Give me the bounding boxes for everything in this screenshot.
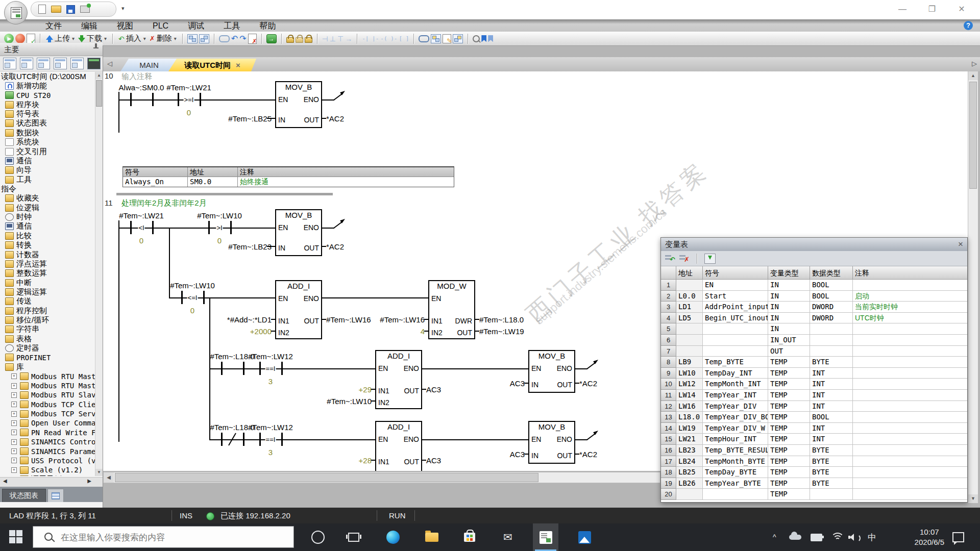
onedrive-icon[interactable] <box>789 523 801 551</box>
table-cell[interactable]: LB26 <box>676 478 703 489</box>
table-cell[interactable]: INT <box>810 401 853 412</box>
tree-item[interactable]: 传送 <box>0 297 96 306</box>
table-cell[interactable] <box>703 489 768 500</box>
table-row[interactable]: 13L18.0TempYear_DIV_BOOLTEMPBOOL <box>661 412 967 423</box>
tree-scrollbar[interactable]: ▲ ▼ <box>95 72 103 476</box>
tree-nav-left-icon[interactable]: ◀ <box>3 478 7 484</box>
table-cell[interactable]: UTC时钟 <box>853 313 967 324</box>
save-icon[interactable] <box>66 5 75 14</box>
operand-label[interactable]: +28 <box>359 456 372 465</box>
tree-item[interactable]: 逻辑运算 <box>0 287 96 296</box>
compare-contact[interactable] <box>178 93 179 106</box>
table-cell[interactable]: TempHour_INT <box>703 434 768 445</box>
mov-b-block[interactable]: MOV_B EN ENO IN OUT <box>275 209 322 256</box>
tree-item[interactable]: 通信 <box>0 156 96 165</box>
table-cell[interactable]: Temp_BYTE_RESULT <box>703 445 768 456</box>
tab-table-icon[interactable] <box>47 489 64 502</box>
tree-item[interactable]: +Scale (v1.2) <box>0 465 96 474</box>
table-cell[interactable]: TempYear_DIV_BOOL <box>703 412 768 423</box>
table-cell[interactable]: DWORD <box>810 313 853 324</box>
table-cell[interactable] <box>853 379 967 390</box>
tree-item[interactable]: 整数运算 <box>0 269 96 278</box>
tab-main[interactable]: MAIN <box>120 59 178 71</box>
edge-icon[interactable] <box>380 523 406 551</box>
operand-label[interactable]: *AC2 <box>579 379 597 388</box>
tab-prev-icon[interactable]: ◁ <box>107 60 112 67</box>
new-file-icon[interactable] <box>38 5 46 14</box>
operand-label[interactable]: #Tem~:L18.0 <box>479 315 524 324</box>
open-file-icon[interactable] <box>51 6 61 13</box>
menu-plc[interactable]: PLC <box>143 19 178 32</box>
table-row[interactable]: 9LW10TempDay_INTTEMPINT <box>661 368 967 379</box>
table-row[interactable]: 1ENINBOOL <box>661 280 967 291</box>
wifi-icon[interactable] <box>831 523 843 551</box>
table-cell[interactable]: DWORD <box>810 302 853 313</box>
operand-label[interactable]: #Tem~:LW16 <box>380 315 425 324</box>
tree-item[interactable]: 比较 <box>0 231 96 240</box>
operand-label[interactable]: AC3 <box>426 456 441 465</box>
table-cell[interactable]: 当前实时时钟 <box>853 302 967 313</box>
tab-close-icon[interactable]: × <box>236 61 240 69</box>
tree-item[interactable]: 库 <box>0 362 96 371</box>
table-cell[interactable] <box>676 280 703 291</box>
ime-indicator[interactable]: 中 <box>868 523 876 551</box>
operand-label[interactable]: +29 <box>359 385 372 394</box>
bookmark-icon[interactable] <box>481 35 486 42</box>
compare-contact[interactable] <box>152 221 154 234</box>
table-cell[interactable] <box>703 335 768 346</box>
table-row[interactable]: 7OUT <box>661 346 967 357</box>
expand-icon[interactable]: + <box>11 420 17 426</box>
tree-item[interactable]: +SINAMICS Parame <box>0 446 96 456</box>
tree-item[interactable]: 向导 <box>0 166 96 175</box>
menu-view[interactable]: 视图 <box>107 19 143 32</box>
download-table-icon[interactable] <box>704 254 716 264</box>
upload-button[interactable]: 上传▾ <box>45 34 76 43</box>
table-row[interactable]: 11LW14TempYear_INTTEMPINT <box>661 390 967 401</box>
operand-label[interactable]: #Tem~:LW21 <box>119 211 164 220</box>
table-cell[interactable]: Temp_BYTE <box>703 357 768 368</box>
compare-value[interactable]: 3 <box>268 448 273 457</box>
tree-item[interactable]: PROFINET <box>0 353 96 362</box>
table-cell[interactable]: INT <box>810 390 853 401</box>
table-cell[interactable] <box>676 489 703 500</box>
operand-label[interactable]: #Tem~:LW19 <box>479 327 524 336</box>
table-cell[interactable] <box>853 467 967 478</box>
operand-label[interactable]: #Tem~:LB23 <box>228 242 272 251</box>
compare-value[interactable]: 0 <box>139 236 143 245</box>
table-cell[interactable]: TEMP <box>768 401 810 412</box>
table-cell[interactable]: TEMP <box>768 467 810 478</box>
table-cell[interactable]: BOOL <box>810 280 853 291</box>
expand-icon[interactable]: + <box>11 402 17 407</box>
table-cell[interactable]: IN <box>768 302 810 313</box>
zoom-icon[interactable] <box>473 35 480 42</box>
table-cell[interactable]: EN <box>703 280 768 291</box>
table-cell[interactable] <box>853 456 967 467</box>
table-cell[interactable]: IN <box>768 291 810 302</box>
table-cell[interactable] <box>676 323 703 335</box>
table-cell[interactable]: TempMonth_BYTE <box>703 456 768 467</box>
tree-item[interactable]: 工具 <box>0 175 96 184</box>
redo-icon[interactable]: ↷ <box>239 34 246 43</box>
table-cell[interactable]: LW21 <box>676 434 703 445</box>
operand-label[interactable]: Alwa~:SM0.0 <box>119 83 164 92</box>
table-cell[interactable]: LW16 <box>676 401 703 412</box>
close-icon[interactable]: × <box>958 238 963 251</box>
table-cell[interactable]: LB24 <box>676 456 703 467</box>
contact[interactable] <box>221 362 223 375</box>
help-icon[interactable]: ? <box>964 21 973 30</box>
go-to-icon[interactable]: → <box>266 34 277 43</box>
insert-box-icon[interactable]: [ ] <box>399 35 409 42</box>
table-row[interactable]: 15LW21TempHour_INTTEMPINT <box>661 434 967 445</box>
view-icon-1[interactable] <box>3 58 16 69</box>
table-cell[interactable]: L0.0 <box>676 291 703 302</box>
undo-icon[interactable]: ↶ <box>231 34 238 43</box>
compare-contact[interactable] <box>259 433 261 446</box>
compare-contact[interactable] <box>281 433 283 446</box>
table-row[interactable]: 10LW12TempMonth_INTTEMPINT <box>661 379 967 390</box>
table-cell[interactable]: INT <box>810 434 853 445</box>
operand-label[interactable]: *AC2 <box>326 242 344 251</box>
tree-item[interactable]: 浮点运算 <box>0 259 96 268</box>
network-comment[interactable]: 输入注释 <box>121 72 152 82</box>
compare-contact[interactable] <box>203 291 205 304</box>
expand-icon[interactable]: + <box>11 383 17 389</box>
